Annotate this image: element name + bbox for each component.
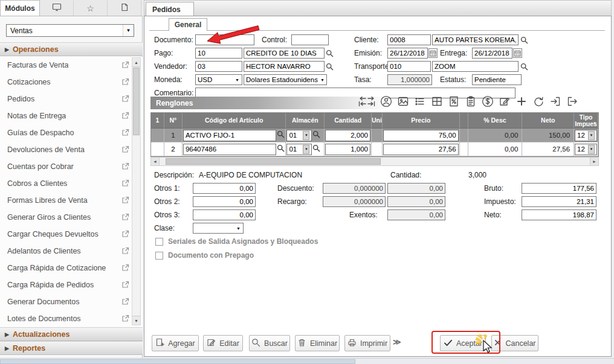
search-icon[interactable] xyxy=(277,144,285,155)
tipo-cell-select[interactable]: 12▼ xyxy=(575,144,597,155)
precio-cell-input[interactable]: 75,00 xyxy=(383,130,459,141)
row-selector[interactable] xyxy=(151,129,164,142)
eliminar-button[interactable]: Eliminar xyxy=(295,335,340,351)
refresh-icon[interactable] xyxy=(531,94,546,109)
sidebar-item-carga-rapida-de-pedidos[interactable]: Carga Rápida de Pedidos xyxy=(0,276,143,293)
col-codigo[interactable]: Código del Artículo xyxy=(183,113,286,128)
search-icon[interactable] xyxy=(312,144,320,155)
agregar-button[interactable]: Agregar xyxy=(152,335,199,351)
search-icon[interactable] xyxy=(277,130,285,141)
vendedor-code-input[interactable] xyxy=(195,61,242,72)
cliente-search-icon[interactable] xyxy=(520,36,529,44)
vendedor-search-icon[interactable] xyxy=(326,62,334,71)
sidebar-item-formas-libres-de-venta[interactable]: Formas Libres de Venta xyxy=(0,192,143,209)
pago-search-icon[interactable] xyxy=(326,49,334,57)
cliente-name-input[interactable] xyxy=(432,34,519,45)
codigo-cell-input[interactable]: ACTIVO FIJO-1 xyxy=(183,130,277,141)
import-icon[interactable] xyxy=(548,94,563,109)
imprimir-button[interactable]: Imprimir xyxy=(344,335,390,351)
sidebar-scrollbar[interactable]: ▲ ▼ xyxy=(132,57,141,325)
scroll-thumb[interactable] xyxy=(0,359,355,364)
clase-select[interactable]: ▼ xyxy=(193,223,244,234)
section-actualizaciones[interactable]: ▶ Actualizaciones xyxy=(0,327,143,341)
list-icon[interactable] xyxy=(413,94,427,109)
entrega-input[interactable] xyxy=(472,48,512,59)
tab-pedidos[interactable]: Pedidos xyxy=(146,2,194,16)
checkbox-box[interactable] xyxy=(155,238,163,246)
transporte-search-icon[interactable] xyxy=(520,62,529,71)
cliente-code-input[interactable] xyxy=(387,34,431,45)
processes-tab[interactable] xyxy=(108,1,141,16)
person-icon[interactable] xyxy=(379,94,393,109)
tab-modulos[interactable]: Módulos xyxy=(0,0,40,16)
sidebar-item-cotizaciones[interactable]: Cotizaciones xyxy=(0,74,143,91)
row-selector[interactable] xyxy=(151,142,164,156)
precio-cell-input[interactable]: 27,56 xyxy=(383,144,459,155)
sidebar-item-generar-giros-a-clientes[interactable]: Generar Giros a Clientes xyxy=(0,209,143,226)
sidebar-item-facturas-de-venta[interactable]: Facturas de Venta xyxy=(0,57,143,74)
table-row-2[interactable]: 2 96407486 01▼ 1,000 27,56 0,00 27,56 12… xyxy=(151,142,598,156)
col-desc[interactable]: % Desc xyxy=(468,113,523,128)
moneda-name-select[interactable]: Dolares Estadounidens ▼ xyxy=(244,74,327,85)
search-icon[interactable] xyxy=(312,130,320,141)
add-icon[interactable] xyxy=(514,94,529,109)
scroll-thumb[interactable] xyxy=(133,68,140,135)
clipboard-icon[interactable] xyxy=(464,94,478,109)
percent-doc-icon[interactable] xyxy=(447,94,461,109)
sidebar-item-adelantos-de-clientes[interactable]: Adelantos de Clientes xyxy=(0,243,143,260)
sidebar-item-cargar-cheques-devueltos[interactable]: Cargar Cheques Devueltos xyxy=(0,226,143,243)
sidebar-item-generar-documentos[interactable]: Generar Documentos xyxy=(0,293,143,310)
col-uni[interactable]: Uni xyxy=(372,113,383,128)
entrega-calendar-icon[interactable] xyxy=(513,48,522,58)
page-hscrollbar[interactable] xyxy=(0,358,614,364)
moneda-code-select[interactable]: USD ▼ xyxy=(195,74,242,85)
scroll-right-button[interactable]: ► xyxy=(590,158,598,165)
almacen-cell-select[interactable]: 01▼ xyxy=(286,144,312,155)
scroll-left-button[interactable]: ◄ xyxy=(151,158,160,165)
sidebar-item-devoluciones-de-venta[interactable]: Devoluciones de Venta xyxy=(0,141,143,158)
scroll-up-button[interactable]: ▲ xyxy=(132,58,140,67)
sidebar-item-cobros-a-clientes[interactable]: Cobros a Clientes xyxy=(0,175,143,192)
section-reportes[interactable]: ▶ Reportes xyxy=(0,341,143,355)
col-neto[interactable]: Neto xyxy=(522,113,574,128)
otros1-input[interactable] xyxy=(193,183,256,194)
export-icon[interactable] xyxy=(565,94,580,109)
vendedor-name-input[interactable] xyxy=(244,61,325,72)
sidebar-item-guias-de-despacho[interactable]: Guías de Despacho xyxy=(0,124,143,141)
col-precio[interactable]: Precio xyxy=(383,113,460,128)
codigo-cell-input[interactable]: 96407486 xyxy=(183,144,277,155)
emision-calendar-icon[interactable] xyxy=(428,48,438,58)
sidebar-item-cuentas-por-cobrar[interactable]: Cuentas por Cobrar xyxy=(0,158,143,175)
pago-code-input[interactable] xyxy=(195,48,242,59)
money-icon[interactable] xyxy=(480,94,495,109)
scroll-down-button[interactable]: ▼ xyxy=(132,316,140,325)
sidebar-item-carga-rapida-de-cotizaciones[interactable]: Carga Rápida de Cotizacione xyxy=(0,260,143,276)
checkbox-box[interactable] xyxy=(155,252,163,260)
scroll-thumb[interactable] xyxy=(166,158,381,165)
edit-note-icon[interactable] xyxy=(497,94,512,109)
col-tipo-impuesto[interactable]: Tipo Impues▼ xyxy=(574,113,598,128)
table-row-1[interactable]: 1 ACTIVO FIJO-1 01▼ 2,000 75,00 0,00 150… xyxy=(151,129,598,142)
cantidad-cell-input[interactable]: 1,000 xyxy=(325,144,370,155)
section-operaciones[interactable]: ▶ Operaciones xyxy=(0,42,143,56)
control-input[interactable] xyxy=(291,34,329,45)
almacen-cell-select[interactable]: 01▼ xyxy=(286,130,312,141)
editar-button[interactable]: Editar xyxy=(203,335,243,351)
module-select[interactable]: Ventas ▼ xyxy=(6,24,134,37)
range-arrows-icon[interactable] xyxy=(357,94,376,109)
favorites-tab[interactable]: ☆ xyxy=(74,1,108,16)
sidebar-item-notas-de-entrega[interactable]: Notas de Entrega xyxy=(0,107,143,124)
image-icon[interactable] xyxy=(396,94,410,109)
otros2-input[interactable] xyxy=(193,196,256,207)
table-hscrollbar[interactable]: ◄ ► xyxy=(150,157,599,166)
transporte-name-input[interactable] xyxy=(432,61,519,72)
screen-tab[interactable] xyxy=(40,1,74,16)
tipo-cell-select[interactable]: 12▼ xyxy=(575,130,597,141)
col-almacen[interactable]: Almacén xyxy=(286,113,325,128)
prepago-checkbox[interactable]: Documento con Prepago xyxy=(155,251,254,260)
otros3-input[interactable] xyxy=(193,209,256,220)
sidebar-item-pedidos[interactable]: Pedidos xyxy=(0,91,143,107)
grid-icon[interactable] xyxy=(430,94,444,109)
sidebar-item-lotes-de-documentos[interactable]: Lotes de Documentos xyxy=(0,310,143,327)
col-cantidad[interactable]: Cantidad xyxy=(325,113,372,128)
